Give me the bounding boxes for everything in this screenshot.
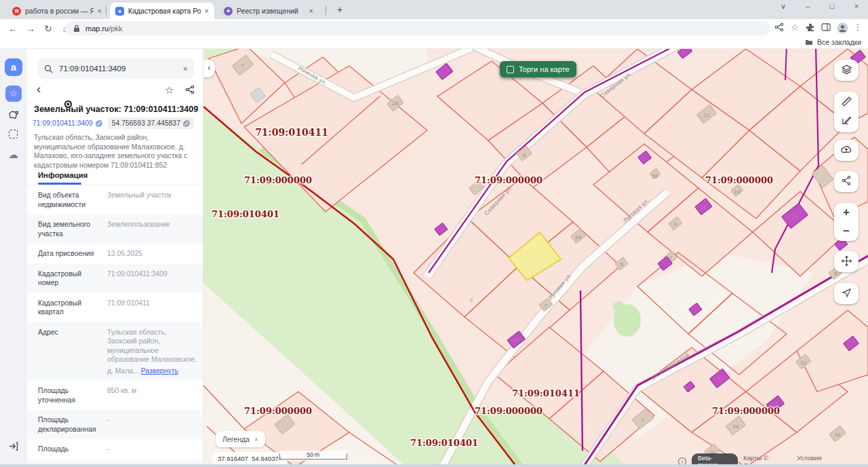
window-minimize-icon[interactable]: – [802, 2, 814, 10]
search-icon [44, 64, 53, 73]
registry-favicon: ✦ [224, 7, 233, 16]
table-row: Кадастровый квартал 71:09:010411 [27, 293, 203, 322]
table-row: Вид объекта недвижимости Земельный участ… [27, 185, 203, 214]
zoom-in-button[interactable]: + [834, 203, 859, 222]
window-menu-icon[interactable]: ∨ [777, 2, 789, 11]
coordinates-chip[interactable]: 54.756593 37.445837 [108, 117, 194, 129]
window-maximize-icon[interactable]: □ [826, 2, 838, 10]
house-number: 7 [545, 303, 548, 309]
quarter-label: 71:09:000000 [244, 406, 312, 416]
scale-bar: 50 m [279, 451, 347, 461]
zoom-control[interactable]: + − [834, 203, 859, 241]
pan-icon[interactable] [834, 251, 859, 270]
kebab-menu-icon[interactable]: ⋮ [852, 22, 864, 35]
upload-control[interactable] [834, 140, 859, 161]
object-title: Земельный участок: 71:09:010411:3409 [34, 105, 201, 114]
structure [435, 223, 448, 236]
rail-favorites-button[interactable]: ☆ [5, 86, 22, 102]
expand-link[interactable]: Развернуть [141, 367, 178, 376]
quarter-label: 71:09:000000 [705, 175, 773, 185]
reload-icon[interactable]: ↻ [42, 22, 54, 35]
new-tab-button[interactable]: + [334, 4, 346, 16]
torgi-checkbox[interactable] [507, 66, 514, 73]
all-bookmarks-button[interactable]: Все закладки [805, 38, 861, 46]
zoom-out-button[interactable]: − [834, 222, 859, 241]
url-host: map.ru [85, 24, 108, 33]
table-row: Дата присвоения 13.05.2025 [27, 244, 203, 264]
boundary-line [785, 49, 787, 80]
map-canvas[interactable]: Нижняя ул. Северная ул. Северная ул. Луг… [203, 49, 868, 467]
tab-title: работа в россии — Яндекс [25, 7, 94, 15]
bookmark-star-icon[interactable]: ☆ [789, 22, 801, 35]
house-number: 2А [392, 100, 399, 107]
extensions-icon[interactable] [804, 22, 816, 35]
search-input[interactable] [58, 64, 182, 73]
search-box[interactable]: × [38, 58, 194, 79]
share-nodes-icon[interactable] [834, 171, 859, 190]
favorite-star-icon[interactable]: ☆ [165, 84, 174, 96]
legend-button[interactable]: Легенда ∧ [216, 431, 265, 447]
all-bookmarks-label: Все закладки [817, 38, 861, 46]
lock-icon [73, 24, 80, 33]
back-icon[interactable]: ← [7, 22, 19, 35]
tab-close-icon[interactable]: × [205, 7, 209, 15]
copy-icon[interactable] [183, 120, 190, 127]
row-value: - [107, 445, 197, 454]
window-close-icon[interactable]: × [850, 2, 863, 10]
taskbar-edge [0, 464, 868, 467]
house-number: 3 [684, 384, 688, 390]
ruler-icon[interactable] [834, 92, 859, 111]
share-map-control[interactable] [834, 171, 859, 192]
quarter-label: 71:09:000000 [712, 406, 780, 416]
layers-icon[interactable] [834, 60, 859, 79]
house-number: 9 [834, 271, 837, 277]
area-select-icon[interactable] [9, 130, 20, 141]
profile-avatar[interactable] [836, 22, 848, 35]
row-label: Вид объекта недвижимости [38, 191, 102, 209]
house-number: 5 [620, 261, 624, 267]
house-number: 5А [575, 234, 582, 240]
house-number: 7 [669, 255, 673, 261]
tab-separator [106, 6, 106, 15]
location-arrow-icon[interactable] [834, 283, 859, 302]
torgi-label: Торги на карте [519, 65, 570, 73]
copy-icon[interactable] [96, 120, 102, 127]
tab-registry[interactable]: ✦ Реестр извещений × [218, 3, 319, 19]
tab-close-icon[interactable]: × [98, 7, 102, 15]
object-description: Тульская область, Заокский район, муници… [34, 133, 201, 170]
coordinates-text: 54.756593 37.445837 [112, 119, 180, 127]
house-number: 5 [718, 375, 722, 381]
row-label: Дата присвоения [38, 249, 102, 259]
house-number: 24 [733, 424, 739, 430]
tab-information[interactable]: Информация [38, 171, 87, 179]
app-logo[interactable]: a [5, 58, 22, 76]
cloud-icon[interactable]: ☁ [8, 149, 19, 160]
cadastral-number-chip[interactable]: 71:09:010411:3409 [33, 119, 102, 127]
tab-close-icon[interactable]: × [309, 7, 313, 15]
forward-icon[interactable]: → [24, 22, 37, 35]
share-icon[interactable] [773, 22, 785, 35]
torgi-map-button[interactable]: Торги на карте [500, 61, 576, 77]
panel-share-icon[interactable] [185, 85, 195, 97]
collapse-panel-button[interactable]: ‹ [203, 60, 215, 77]
clear-search-icon[interactable]: × [182, 64, 188, 74]
house-number: 6 [523, 152, 526, 158]
table-row: Площадь декларированная - [27, 410, 203, 439]
tab-yandex[interactable]: Я работа в россии — Яндекс × [7, 3, 107, 19]
cloud-upload-icon[interactable] [834, 140, 859, 159]
login-icon[interactable] [8, 441, 19, 452]
cadastral-map[interactable]: Нижняя ул. Северная ул. Северная ул. Луг… [203, 49, 868, 467]
measure-edit-control[interactable] [834, 92, 859, 132]
address-bar[interactable]: map.ru/pkk [65, 21, 770, 35]
row-value: 71:09:010411:3409 [107, 269, 197, 288]
layers-control[interactable] [834, 60, 859, 81]
side-panel-icon[interactable] [820, 22, 832, 35]
house-number: 13 [704, 112, 710, 118]
panel-back-button[interactable]: ‹ [37, 83, 41, 95]
tab-cadastral-map[interactable]: a Кадастровая карта России × [110, 3, 214, 19]
locate-control[interactable] [834, 283, 859, 304]
polygon-tool-icon[interactable] [8, 110, 19, 121]
edit-icon[interactable] [834, 111, 859, 130]
house-number: 7 [241, 62, 245, 69]
pan-control[interactable] [834, 251, 859, 272]
